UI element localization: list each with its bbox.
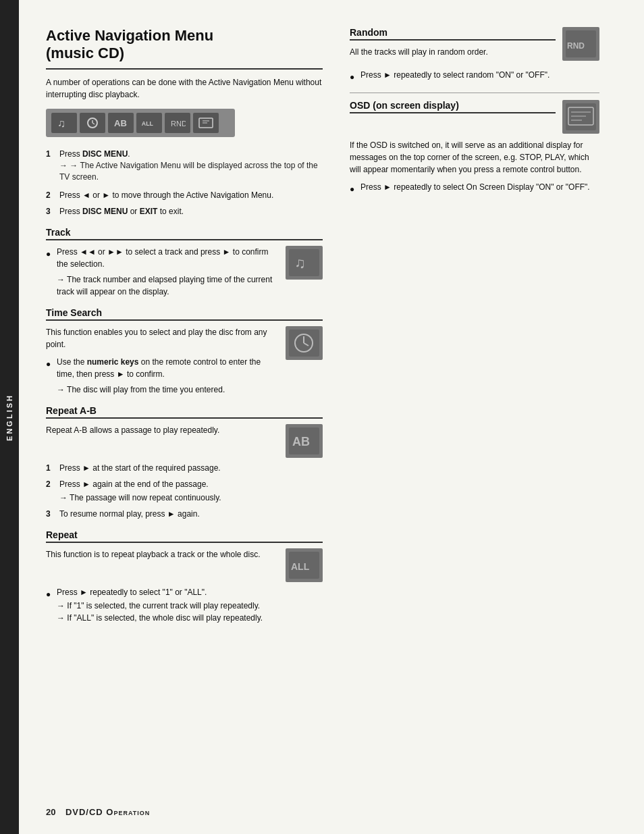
osd-desc: If the OSD is switched on, it will serve… [350, 139, 599, 176]
svg-text:♫: ♫ [294, 255, 306, 271]
repeat-note-1: → If "1" is selected, the current track … [57, 600, 263, 612]
time-search-icon [286, 326, 323, 360]
time-search-bullet: ● Use the numeric keys on the remote con… [46, 356, 279, 380]
random-section: Random All the tracks will play in rando… [350, 27, 599, 83]
random-desc: All the tracks will play in random order… [350, 46, 556, 58]
repeat-title: Repeat [46, 529, 78, 540]
page-title: Active Navigation Menu (music CD) [46, 27, 323, 70]
track-bullet: ● Press ◄◄ or ►► to select a track and p… [46, 246, 279, 270]
time-search-header: Time Search [46, 307, 323, 321]
osd-header-row: OSD (on screen display) [350, 100, 599, 134]
step-1: 1 Press DISC MENU. → The Active Navigati… [46, 148, 323, 186]
random-bullet: ● Press ► repeatedly to select random "O… [350, 69, 599, 83]
random-icon: RND [562, 27, 599, 61]
svg-text:AB: AB [292, 435, 310, 448]
repeat-ab-section: Repeat A-B Repeat A-B allows a passage t… [46, 405, 323, 520]
step-3: 3 Press DISC MENU or EXIT to exit. [46, 205, 323, 217]
side-tab: English [0, 0, 19, 834]
repeat-desc: This function is to repeat playback a tr… [46, 548, 279, 561]
step-1-note: → The Active Navigation Menu will be dis… [59, 160, 323, 183]
time-search-title: Time Search [46, 307, 102, 318]
repeat-header: Repeat [46, 529, 323, 543]
svg-text:ALL: ALL [142, 120, 154, 127]
page-number: 20 [46, 807, 55, 817]
track-header: Track [46, 227, 323, 240]
repeat-section: Repeat This function is to repeat playba… [46, 529, 323, 624]
repeat-ab-step-1: 1 Press ► at the start of the required p… [46, 462, 323, 474]
repeat-content: This function is to repeat playback a tr… [46, 548, 323, 582]
svg-text:AB: AB [114, 118, 127, 128]
repeat-icon: ALL [286, 548, 323, 582]
repeat-ab-note: → The passage will now repeat continuous… [59, 492, 323, 504]
time-search-section: Time Search This function enables you to… [46, 307, 323, 396]
repeat-ab-title: Repeat A-B [46, 405, 97, 416]
repeat-bullet: ● Press ► repeatedly to select "1" or "A… [46, 586, 323, 624]
repeat-ab-header: Repeat A-B [46, 405, 323, 419]
random-header: Random [350, 27, 556, 41]
clock-nav-icon [80, 113, 105, 133]
osd-icon [562, 100, 599, 134]
footer-label: DVD/CD Operation [65, 807, 150, 817]
track-icon: ♫ [286, 246, 323, 280]
svg-text:RND: RND [171, 120, 186, 128]
svg-line-3 [92, 123, 95, 124]
random-title: Random [350, 27, 387, 38]
page-footer: 20 DVD/CD Operation [46, 807, 150, 817]
music-nav-icon: ♫ [51, 113, 77, 133]
osd-bullet: ● Press ► repeatedly to select On Screen… [350, 181, 599, 195]
svg-text:♫: ♫ [57, 118, 65, 129]
repeat-ab-step-3: 3 To resume normal play, press ► again. [46, 508, 323, 520]
all-nav-icon: ALL [136, 113, 162, 133]
osd-section: OSD (on screen display) If the OSD i [350, 100, 599, 195]
right-column: Random All the tracks will play in rando… [336, 27, 599, 807]
step-2: 2 Press ◄ or ► to move through the Activ… [46, 189, 323, 201]
intro-text: A number of operations can be done with … [46, 76, 323, 101]
side-tab-label: English [5, 394, 14, 441]
repeat-ab-step-2: 2 Press ► again at the end of the passag… [46, 478, 323, 504]
main-steps: 1 Press DISC MENU. → The Active Navigati… [46, 148, 323, 218]
page-container: English Active Navigation Menu (music CD… [0, 0, 644, 834]
time-search-content: This function enables you to select and … [46, 326, 323, 396]
track-section: Track ● Press ◄◄ or ►► to select a track… [46, 227, 323, 298]
random-header-row: Random All the tracks will play in rando… [350, 27, 599, 63]
track-content: ● Press ◄◄ or ►► to select a track and p… [46, 246, 323, 298]
repeat-ab-content: Repeat A-B allows a passage to play repe… [46, 424, 323, 458]
osd-header: OSD (on screen display) [350, 100, 556, 113]
time-search-note: → The disc will play from the time you e… [46, 384, 279, 396]
track-title: Track [46, 227, 71, 238]
osd-nav-icon [193, 113, 219, 133]
repeat-note-2: → If "ALL" is selected, the whole disc w… [57, 612, 263, 624]
svg-text:ALL: ALL [291, 561, 310, 572]
content-area: Active Navigation Menu (music CD) A numb… [19, 0, 644, 834]
left-column: Active Navigation Menu (music CD) A numb… [46, 27, 336, 807]
repeat-ab-icon: AB [286, 424, 323, 458]
time-search-desc: This function enables you to select and … [46, 326, 279, 350]
repeat-ab-desc: Repeat A-B allows a passage to play repe… [46, 424, 279, 436]
ab-nav-icon: AB [108, 113, 134, 133]
track-note: → The track number and elapsed playing t… [46, 273, 279, 298]
repeat-ab-steps: 1 Press ► at the start of the required p… [46, 462, 323, 520]
svg-text:RND: RND [567, 41, 585, 51]
section-divider [350, 93, 599, 93]
nav-icon-row: ♫ AB [46, 109, 235, 137]
osd-title: OSD (on screen display) [350, 100, 459, 111]
random-nav-icon: RND [165, 113, 190, 133]
